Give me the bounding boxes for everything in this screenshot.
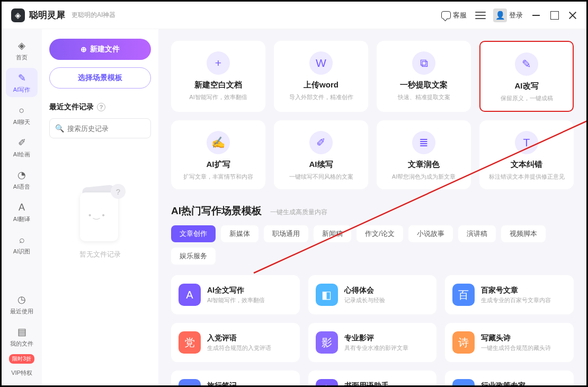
sidebar-item-label: VIP特权 bbox=[11, 369, 32, 377]
window-controls bbox=[532, 11, 577, 20]
feature-card-subtitle: 导入外部文件，精准创作 bbox=[280, 93, 362, 101]
template-subtitle: 记录成长与经验 bbox=[344, 296, 385, 304]
search-box[interactable]: 🔍 bbox=[49, 118, 151, 138]
feature-icon: W bbox=[309, 51, 333, 75]
section-subtitle: 一键生成高质量内容 bbox=[270, 208, 327, 217]
customer-service-label: 客服 bbox=[453, 11, 467, 20]
tab-4[interactable]: 作文/论文 bbox=[357, 225, 403, 242]
template-subtitle: AI智能写作，效率翻倍 bbox=[207, 296, 265, 304]
feature-card-4[interactable]: ✍ AI扩写 扩写文章，丰富情节和内容 bbox=[171, 120, 265, 189]
feature-card-5[interactable]: ✐ AI续写 一键续写不同风格的文案 bbox=[274, 120, 368, 189]
template-icon: A bbox=[179, 284, 201, 306]
feature-card-title: AI改写 bbox=[487, 81, 566, 91]
template-card-5[interactable]: 诗 写藏头诗 一键生成符合规范的藏头诗 bbox=[445, 323, 574, 362]
avatar-icon: 👤 bbox=[493, 8, 507, 22]
sidebar-item-label: 首页 bbox=[16, 54, 28, 61]
template-icon: 党 bbox=[179, 331, 201, 354]
feature-card-subtitle: 一键续写不同风格的文案 bbox=[280, 173, 362, 181]
close-button[interactable] bbox=[568, 11, 577, 20]
sidebar-recent[interactable]: ◷最近使用 bbox=[6, 289, 38, 319]
template-icon: ▤ bbox=[452, 379, 475, 385]
feature-card-subtitle: AI智能写作，效率翻倍 bbox=[177, 93, 259, 101]
sidebar-vip[interactable]: VIP特权 bbox=[6, 365, 38, 380]
minimize-button[interactable] bbox=[532, 11, 541, 20]
sidebar-item-label: AI语音 bbox=[13, 183, 30, 191]
scan-icon: ⌕ bbox=[16, 234, 28, 245]
recent-files-label: 最近文件记录 bbox=[49, 102, 94, 112]
template-card-3[interactable]: 党 入党评语 生成符合规范的入党评语 bbox=[171, 323, 300, 362]
sidebar-ai-write[interactable]: ✎AI写作 bbox=[6, 68, 38, 97]
tab-1[interactable]: 新媒体 bbox=[221, 225, 259, 242]
tab-7[interactable]: 视频脚本 bbox=[501, 225, 546, 242]
feature-icon: ✎ bbox=[515, 52, 538, 76]
maximize-button[interactable] bbox=[550, 11, 559, 20]
new-file-label: 新建文件 bbox=[90, 45, 120, 54]
feature-card-6[interactable]: ≣ 文章润色 AI帮您润色为成为新文章 bbox=[377, 120, 471, 189]
feature-card-2[interactable]: ⧉ 一秒提取文案 快速、精准提取文案 bbox=[377, 41, 471, 112]
feature-card-title: 文章润色 bbox=[383, 160, 465, 170]
empty-text: 暂无文件记录 bbox=[79, 250, 121, 259]
template-icon: 百 bbox=[452, 284, 475, 306]
template-title: 行业政策专家 bbox=[481, 381, 551, 386]
template-card-7[interactable]: 书 书面用语助手 高效智能写作好帮手 bbox=[308, 371, 437, 385]
vip-badge: 限时3折 bbox=[9, 354, 34, 364]
template-card-4[interactable]: 影 专业影评 具有专业水准的影评文章 bbox=[308, 323, 437, 362]
template-card-6[interactable]: ✈ 旅行笔记 高效记录旅行中的点滴 bbox=[171, 371, 300, 385]
sidebar-ai-voice[interactable]: ◔AI语音 bbox=[6, 165, 38, 194]
template-title: 写藏头诗 bbox=[481, 333, 551, 343]
feature-card-subtitle: 快速、精准提取文案 bbox=[383, 93, 465, 101]
recent-files-heading: 最近文件记录 ? bbox=[49, 102, 151, 112]
login-button[interactable]: 登录 bbox=[509, 11, 523, 20]
select-template-button[interactable]: 选择场景模板 bbox=[49, 67, 151, 89]
template-card-0[interactable]: A AI全文写作 AI智能写作，效率翻倍 bbox=[171, 275, 300, 314]
help-icon[interactable]: ? bbox=[97, 103, 105, 111]
template-subtitle: 具有专业水准的影评文章 bbox=[344, 344, 408, 352]
tab-3[interactable]: 新闻稿 bbox=[314, 225, 351, 242]
chat-icon: ○ bbox=[16, 104, 28, 116]
feature-card-1[interactable]: W 上传word 导入外部文件，精准创作 bbox=[274, 41, 368, 112]
feature-card-subtitle: 扩写文章，丰富情节和内容 bbox=[177, 173, 259, 181]
tab-0[interactable]: 文章创作 bbox=[171, 225, 216, 242]
search-input[interactable] bbox=[67, 125, 156, 133]
feature-card-title: AI扩写 bbox=[177, 160, 259, 170]
feature-card-0[interactable]: + 新建空白文档 AI智能写作，效率翻倍 bbox=[171, 41, 265, 112]
category-tabs: 文章创作新媒体职场通用新闻稿作文/论文小说故事演讲稿视频脚本娱乐服务 bbox=[171, 225, 574, 265]
sidebar-home[interactable]: ◈首页 bbox=[6, 36, 38, 65]
template-card-8[interactable]: ▤ 行业政策专家 根据行业名称提供政策框架 bbox=[445, 371, 574, 385]
empty-state: • ‿ • ? 暂无文件记录 bbox=[49, 186, 151, 259]
feature-card-3[interactable]: ✎ AI改写 保留原义，一键成稿 bbox=[479, 41, 574, 112]
titlebar: ◈ 聪明灵犀 更聪明的AI神器 客服 👤 登录 bbox=[2, 2, 586, 29]
sidebar-ai-translate[interactable]: AAI翻译 bbox=[6, 197, 38, 226]
left-panel: ⊕新建文件 选择场景模板 最近文件记录 ? 🔍 • ‿ • ? 暂无文件记录 bbox=[42, 29, 158, 385]
translate-icon: A bbox=[16, 201, 28, 213]
feature-card-title: 新建空白文档 bbox=[177, 80, 259, 90]
sidebar-ai-draw[interactable]: ✐AI绘画 bbox=[6, 133, 38, 162]
sidebar-ai-image[interactable]: ⌕AI识图 bbox=[6, 230, 38, 259]
tab-6[interactable]: 演讲稿 bbox=[458, 225, 496, 242]
template-icon: 诗 bbox=[452, 331, 475, 354]
template-card-2[interactable]: 百 百家号文章 生成专业的百家号文章内容 bbox=[445, 275, 574, 314]
sidebar-ai-chat[interactable]: ○AI聊天 bbox=[6, 100, 38, 129]
feature-card-title: 一秒提取文案 bbox=[383, 80, 465, 90]
sidebar-item-label: 最近使用 bbox=[10, 307, 33, 315]
content-area: + 新建空白文档 AI智能写作，效率翻倍W 上传word 导入外部文件，精准创作… bbox=[158, 29, 586, 385]
write-icon: ✎ bbox=[16, 72, 28, 84]
tab-8[interactable]: 娱乐服务 bbox=[171, 248, 216, 265]
new-file-button[interactable]: ⊕新建文件 bbox=[49, 39, 151, 60]
app-title: 聪明灵犀 bbox=[29, 9, 65, 21]
tab-5[interactable]: 小说故事 bbox=[408, 225, 453, 242]
sidebar-my-files[interactable]: ▤我的文件 bbox=[6, 322, 38, 351]
template-title: 书面用语助手 bbox=[344, 381, 397, 386]
sidebar-item-label: AI翻译 bbox=[13, 215, 30, 223]
file-icon: ▤ bbox=[16, 326, 28, 338]
feature-icon: ≣ bbox=[412, 131, 435, 154]
tab-2[interactable]: 职场通用 bbox=[264, 225, 308, 242]
feature-card-subtitle: AI帮您润色为成为新文章 bbox=[383, 173, 465, 181]
template-card-1[interactable]: ◧ 心得体会 记录成长与经验 bbox=[308, 275, 437, 314]
sidebar-item-label: AI写作 bbox=[13, 86, 30, 94]
app-tagline: 更聪明的AI神器 bbox=[72, 11, 115, 20]
hamburger-menu-button[interactable] bbox=[475, 10, 486, 21]
feature-card-7[interactable]: T 文本纠错 标注错误文本并提供修正意见 bbox=[479, 120, 574, 189]
customer-service-button[interactable]: 客服 bbox=[441, 11, 467, 20]
template-icon: ✈ bbox=[179, 379, 201, 385]
